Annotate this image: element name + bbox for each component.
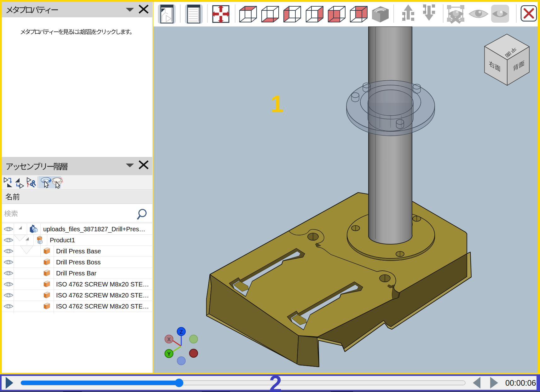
svg-text:Drill Press Base: Drill Press Base [56, 248, 101, 255]
svg-text:X: X [167, 337, 171, 343]
svg-text:Product1: Product1 [50, 237, 75, 244]
svg-text:Drill Press Bar: Drill Press Bar [56, 270, 96, 277]
svg-text:Z: Z [180, 329, 183, 335]
svg-text:uploads_files_3871827_Drill+Pr: uploads_files_3871827_Drill+Pres… [43, 226, 145, 233]
svg-text:1: 1 [270, 90, 284, 117]
svg-text:2: 2 [269, 374, 282, 392]
svg-text:Y: Y [167, 351, 171, 357]
svg-text:ISO 4762 SCREW M8x20 STE…: ISO 4762 SCREW M8x20 STE… [56, 281, 149, 288]
svg-text:Drill Press Boss: Drill Press Boss [56, 259, 101, 266]
svg-text:ISO 4762 SCREW M8x20 STE…: ISO 4762 SCREW M8x20 STE… [56, 292, 149, 299]
svg-text:ISO 4762 SCREW M8x20 STE…: ISO 4762 SCREW M8x20 STE… [56, 303, 149, 310]
svg-text:00:00:06: 00:00:06 [505, 378, 536, 387]
